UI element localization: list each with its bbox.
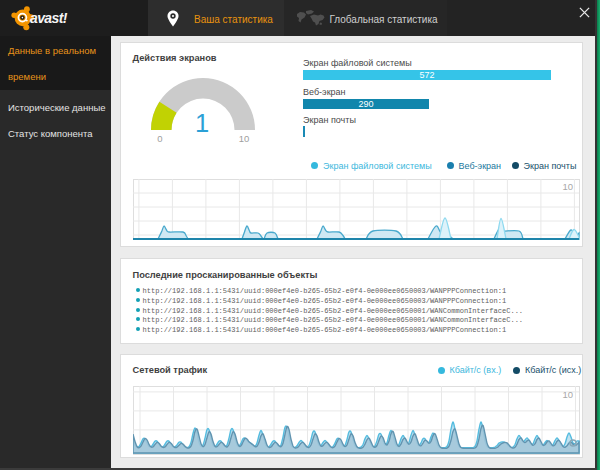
svg-text:1: 1 bbox=[194, 108, 208, 136]
svg-text:0: 0 bbox=[157, 133, 162, 144]
svg-text:10: 10 bbox=[238, 133, 249, 144]
svg-text:10: 10 bbox=[562, 389, 573, 400]
svg-text:10: 10 bbox=[562, 181, 573, 192]
